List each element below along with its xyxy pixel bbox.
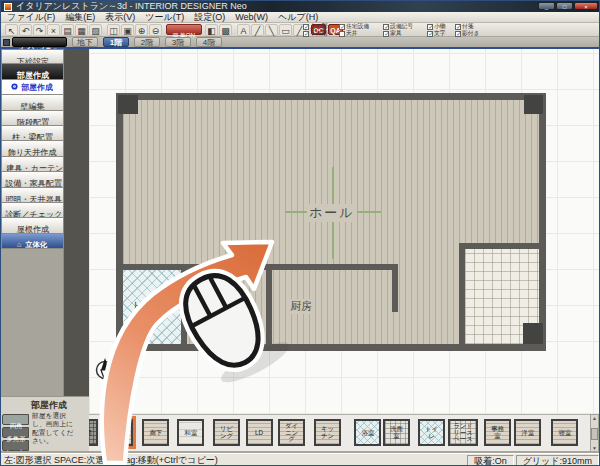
sidebar-item-3d[interactable]: ⌂ 立体化 (1, 234, 64, 249)
status-snap: 吸着:On (467, 455, 514, 466)
room-button-living[interactable]: リビング (213, 419, 240, 446)
room-label-toilet: トイレ (131, 299, 165, 314)
sidebar-item-diagnosis[interactable]: 診断／チェック (1, 203, 64, 218)
maximize-button[interactable]: □ (556, 2, 573, 10)
room-button-laundry[interactable]: ランドリースペース (448, 419, 478, 446)
undo-icon[interactable]: ↶ (19, 24, 32, 36)
sidebar-item-fittings-curtain[interactable]: 建具・カーテン配置 (1, 157, 64, 172)
tab-floor-1[interactable]: 1階 (103, 37, 129, 47)
tab-basement[interactable]: 地下 (72, 37, 98, 47)
sidebar-item-lighting[interactable]: 照明・天井器具 (1, 188, 64, 203)
menu-edit[interactable]: 編集(E) (65, 11, 95, 24)
room-button-office[interactable]: 事務室 (484, 419, 511, 446)
save-icon[interactable]: ▦ (75, 24, 88, 36)
wall-toilet-divider (181, 270, 187, 344)
room-button-bedroom[interactable]: 寝室 (551, 419, 578, 446)
checkbox-furniture[interactable]: ✓家具 (383, 30, 422, 37)
room-button-corridor[interactable]: 廊下 (142, 419, 169, 446)
sidebar-item-stairs[interactable]: 階段配置 (1, 111, 64, 126)
sidebar: 下絵設定 部屋作成 部屋作成 壁編集 階段配置 柱・梁配置 飾り天井作成 建具・… (1, 49, 64, 249)
room-button-dining[interactable]: ダイニング (278, 419, 305, 446)
text-tool-icon[interactable]: A (237, 24, 250, 36)
scroll-down-icon[interactable]: ▼ (592, 445, 597, 452)
scroll-thumb[interactable] (591, 428, 598, 440)
room-label-hall: ホール (307, 204, 357, 222)
checkbox-text[interactable]: ✓文字 (427, 30, 450, 37)
app-window: イタリアンレストラン～3d - INTERIOR DESIGNER Neo _ … (0, 0, 600, 466)
sidebar-item-ceiling-deco[interactable]: 飾り天井作成 (1, 141, 64, 156)
sidebar-item-wall-edit[interactable]: 壁編集 (1, 95, 64, 110)
wall-entrance-left (459, 243, 465, 351)
corner-post-bottomright (523, 323, 543, 344)
sidebar-item-shitae[interactable]: 下絵設定 (1, 49, 64, 64)
shape-tab-rect[interactable]: 四角 (2, 414, 29, 425)
eraser-icon[interactable]: ╲ (265, 24, 278, 36)
panel-title: 部屋作成 (31, 399, 67, 412)
checkbox-icon (339, 31, 345, 37)
app-icon (4, 3, 12, 11)
window-pen-icon[interactable]: ▭ (279, 24, 292, 36)
zoom-in-icon[interactable]: ⊕ (135, 24, 148, 36)
room-button-hall[interactable]: ホール (106, 419, 133, 446)
panel-icon (3, 39, 10, 46)
tab-floor-2[interactable]: 2階 (134, 37, 160, 47)
sidebar-filler (1, 249, 64, 396)
toolbar: ↖ ↶ ↷ × ▤ ▦ ▨ ◫ ▣ ⊕ ⊖ 吸着ON ◧ ▩ A ╱ ╲ ▭ ╱… (1, 23, 600, 37)
wall-kitchen-right (392, 264, 398, 312)
select-tool-icon[interactable]: ↖ (5, 24, 18, 36)
checkbox-icon: ✓ (383, 31, 389, 37)
menu-file[interactable]: ファイル(F) (7, 11, 55, 24)
tab-floor-3[interactable]: 3階 (165, 37, 191, 47)
room-button-genkan[interactable]: 玄関 (89, 419, 98, 446)
floor-plan-canvas[interactable]: ホール 厨房 トイレ 控え室 (89, 49, 600, 414)
image-icon[interactable]: ▣ (121, 24, 134, 36)
wall-bottom (116, 344, 546, 351)
room-button-toilet[interactable]: トイレ (418, 419, 445, 446)
minimize-button[interactable]: _ (538, 2, 555, 10)
checkbox-ceiling[interactable]: 天井 (339, 30, 378, 37)
corner-post-topright (524, 95, 543, 114)
menu-web[interactable]: Web(W) (235, 12, 268, 22)
wall-right (539, 93, 546, 351)
checkbox-shadow[interactable]: ✓影付き (455, 30, 486, 37)
room-button-kitchen[interactable]: キッチン (314, 419, 341, 446)
display-checkbox-panel: ✓上の階 ✓下の階 ✓住宅設備 天井 ✓設備記号 ✓家具 ✓小物 ✓文字 ✓付箋… (303, 23, 486, 37)
print-icon[interactable]: ▨ (89, 24, 102, 36)
room-create-panel: 部屋作成 四角 多角形 セット 部屋を選択し、画面上に配置してください。 (1, 396, 89, 453)
status-grid: グリッド:910mm (516, 455, 599, 466)
main-menu-button[interactable]: メインメニュー (12, 37, 67, 47)
checkbox-icon: ✓ (427, 31, 433, 37)
hatch-icon[interactable]: ▩ (219, 24, 232, 36)
palette-scrollbar[interactable]: ▲ ▼ (590, 414, 599, 453)
close-button[interactable]: × (574, 2, 598, 10)
wall-entrance-top (459, 243, 546, 249)
checkbox-lower-floor[interactable]: ✓下の階 (303, 30, 334, 37)
room-button-washitsu[interactable]: 和室 (177, 419, 204, 446)
redo-icon[interactable]: ↷ (33, 24, 46, 36)
room-button-bath[interactable]: 浴室 (354, 419, 381, 446)
sidebar-item-room-create-active[interactable]: 部屋作成 (1, 80, 64, 95)
menu-view[interactable]: 表示(V) (105, 11, 135, 24)
corner-post-topleft (118, 95, 138, 114)
room-button-ld[interactable]: LD (246, 419, 273, 446)
wall-rooms-top (123, 264, 398, 270)
room-button-washroom[interactable]: 洗面室 (383, 419, 410, 446)
sidebar-item-roof[interactable]: 屋根作成 (1, 218, 64, 233)
sidebar-category-room-create[interactable]: 部屋作成 (1, 64, 64, 79)
status-hint-text: 左:図形選択 SPACE:次選択 Drag:移動(+Ctrlでコピー) (1, 454, 467, 466)
delete-icon[interactable]: × (47, 24, 60, 36)
pencil-icon[interactable]: ╱ (251, 24, 264, 36)
snap-toggle-button[interactable]: 吸着ON (166, 24, 202, 35)
sidebar-item-pillar-beam[interactable]: 柱・梁配置 (1, 126, 64, 141)
tab-floor-4[interactable]: 4階 (196, 37, 222, 47)
sidebar-item-equipment-furniture[interactable]: 設備・家具配置 (1, 172, 64, 187)
zoom-out-icon[interactable]: ⊖ (149, 24, 162, 36)
open-icon[interactable]: ▤ (61, 24, 74, 36)
panel-description: 部屋を選択し、画面上に配置してください。 (32, 412, 80, 446)
menu-tools[interactable]: ツール(T) (145, 11, 184, 24)
capture-icon[interactable]: ◫ (107, 24, 120, 36)
scroll-up-icon[interactable]: ▲ (592, 415, 597, 422)
room-button-yoshitsu[interactable]: 洋室 (514, 419, 541, 446)
menu-settings[interactable]: 設定(O) (194, 11, 225, 24)
layer-icon[interactable]: ◧ (205, 24, 218, 36)
